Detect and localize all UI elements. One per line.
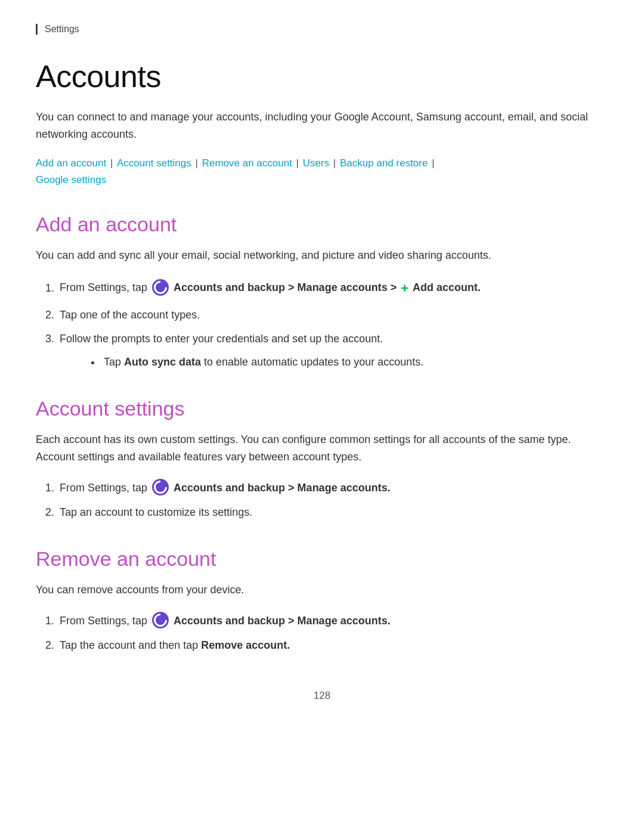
auto-sync-bold: Auto sync data (124, 356, 201, 368)
page-title: Accounts (36, 58, 608, 94)
section-title-add-account: Add an account (36, 213, 608, 236)
separator: | (429, 157, 434, 169)
add-account-steps: From Settings, tap Accounts and backup >… (57, 277, 608, 371)
step-2: Tap one of the account types. (57, 306, 608, 324)
quick-link-add-account[interactable]: Add an account (36, 157, 106, 169)
remove-step-1: From Settings, tap Accounts and backup >… (57, 612, 608, 630)
breadcrumb: Settings (36, 24, 608, 35)
quick-links: Add an account | Account settings | Remo… (36, 155, 608, 190)
accounts-and-backup-icon-2 (152, 479, 169, 496)
acct-settings-step-1: From Settings, tap Accounts and backup >… (57, 479, 608, 497)
quick-link-backup[interactable]: Backup and restore (340, 157, 428, 169)
page-number: 128 (36, 690, 608, 702)
separator: | (107, 157, 116, 169)
acct-settings-step-2: Tap an account to customize its settings… (57, 503, 608, 522)
separator: | (193, 157, 201, 169)
bullet-auto-sync: Tap Auto sync data to enable automatic u… (101, 353, 608, 371)
section-account-settings: Account settings Each account has its ow… (36, 397, 608, 521)
quick-link-remove-account[interactable]: Remove an account (202, 157, 292, 169)
section-title-remove-account: Remove an account (36, 547, 608, 571)
separator: | (293, 157, 302, 169)
intro-text: You can connect to and manage your accou… (36, 109, 608, 143)
section-desc-account-settings: Each account has its own custom settings… (36, 431, 608, 466)
step-3: Follow the prompts to enter your credent… (57, 330, 608, 371)
section-desc-add-account: You can add and sync all your email, soc… (36, 247, 608, 264)
breadcrumb-text: Settings (45, 24, 79, 34)
remove-step-2: Tap the account and then tap Remove acco… (57, 636, 608, 655)
section-desc-remove-account: You can remove accounts from your device… (36, 581, 608, 599)
account-settings-steps: From Settings, tap Accounts and backup >… (57, 479, 608, 521)
separator: | (330, 157, 339, 169)
remove-account-bold: Remove account. (201, 639, 290, 651)
quick-link-users[interactable]: Users (303, 157, 329, 169)
step-3-bullets: Tap Auto sync data to enable automatic u… (101, 353, 608, 371)
remove-step-1-bold: Accounts and backup > Manage accounts. (174, 615, 391, 627)
step-1-bold2: Add account. (413, 282, 481, 294)
acct-settings-bold: Accounts and backup > Manage accounts. (174, 482, 391, 494)
quick-link-google-settings[interactable]: Google settings (36, 174, 106, 185)
add-plus-icon: + (401, 277, 408, 299)
step-1: From Settings, tap Accounts and backup >… (57, 277, 608, 299)
remove-account-steps: From Settings, tap Accounts and backup >… (57, 612, 608, 654)
accounts-and-backup-icon (152, 279, 169, 296)
section-remove-account: Remove an account You can remove account… (36, 547, 608, 654)
accounts-and-backup-icon-3 (152, 612, 169, 628)
step-1-bold: Accounts and backup > Manage accounts > (174, 282, 397, 294)
section-add-account: Add an account You can add and sync all … (36, 213, 608, 371)
quick-link-account-settings[interactable]: Account settings (117, 157, 191, 169)
section-title-account-settings: Account settings (36, 397, 608, 420)
